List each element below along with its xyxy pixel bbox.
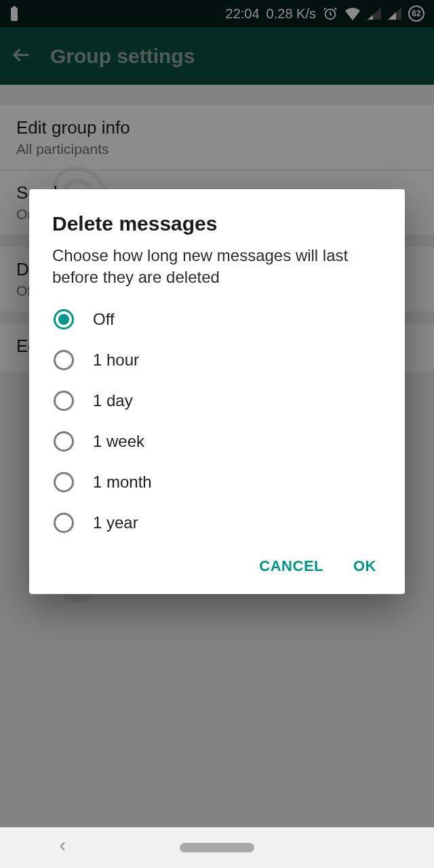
radio-icon <box>54 309 74 330</box>
radio-option-1-week[interactable]: 1 week <box>54 431 382 452</box>
radio-option-1-month[interactable]: 1 month <box>54 472 382 492</box>
radio-label: 1 month <box>93 473 152 492</box>
radio-option-1-day[interactable]: 1 day <box>54 391 382 411</box>
nav-back-icon[interactable] <box>56 840 69 856</box>
radio-icon <box>54 472 74 492</box>
radio-label: 1 year <box>93 513 138 532</box>
radio-label: 1 hour <box>93 351 139 370</box>
dialog-message: Choose how long new messages will last b… <box>52 245 382 289</box>
dialog-title: Delete messages <box>52 212 382 235</box>
radio-icon <box>54 431 74 452</box>
delete-messages-dialog: Delete messages Choose how long new mess… <box>29 189 405 594</box>
radio-icon <box>54 513 74 533</box>
radio-label: 1 week <box>93 432 144 451</box>
radio-option-1-hour[interactable]: 1 hour <box>54 350 382 370</box>
radio-icon <box>54 350 74 370</box>
radio-icon <box>54 391 74 411</box>
system-nav-bar <box>0 827 434 868</box>
dialog-options: Off 1 hour 1 day 1 week 1 month 1 year <box>54 309 382 533</box>
ok-button[interactable]: OK <box>353 557 376 575</box>
radio-label: Off <box>93 310 115 329</box>
radio-option-off[interactable]: Off <box>54 309 382 330</box>
radio-label: 1 day <box>93 391 133 410</box>
radio-option-1-year[interactable]: 1 year <box>54 513 382 533</box>
nav-home-pill[interactable] <box>180 843 254 852</box>
cancel-button[interactable]: CANCEL <box>259 557 323 575</box>
